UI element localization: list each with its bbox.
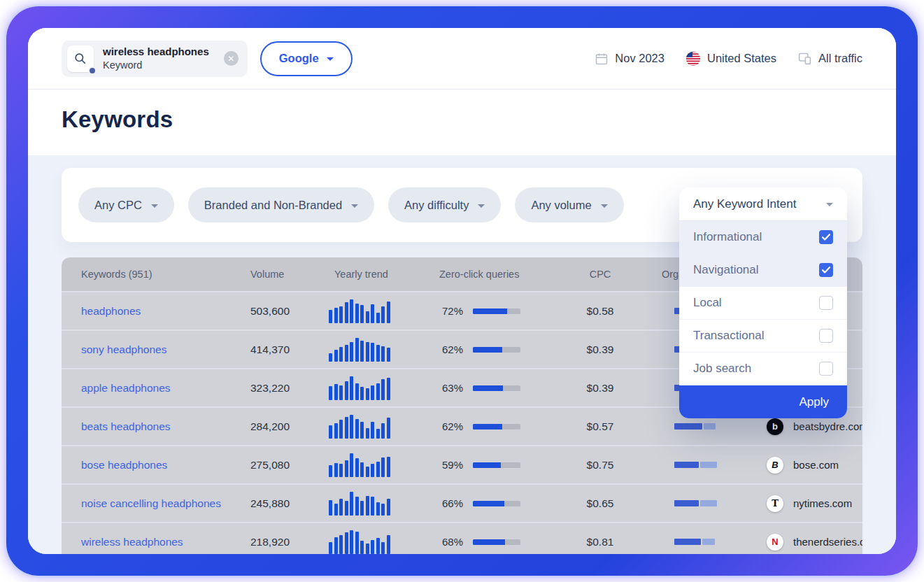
filter-pill-any-cpc[interactable]: Any CPC bbox=[78, 187, 174, 222]
apply-button[interactable]: Apply bbox=[679, 385, 847, 418]
zero-click-percent: 72% bbox=[439, 305, 463, 317]
column-header-keywords-951: Keywords (951) bbox=[62, 269, 250, 280]
volume-cell: 245,880 bbox=[250, 497, 329, 510]
column-header-yearly-trend: Yearly trend bbox=[329, 269, 434, 280]
keyword-link[interactable]: beats headphones bbox=[81, 420, 171, 432]
intent-option-navigational[interactable]: Navigational bbox=[679, 254, 847, 287]
filter-pill-any-difficulty[interactable]: Any difficulty bbox=[388, 187, 501, 222]
date-selector[interactable]: Nov 2023 bbox=[595, 52, 664, 66]
search-query: wireless headphones bbox=[103, 45, 209, 59]
zero-click-cell: 72% bbox=[434, 305, 558, 317]
table-row: bose headphones275,08059%$0.75Bbose.com bbox=[62, 445, 862, 483]
paid-bar bbox=[700, 462, 717, 468]
keyword-cell: wireless headphones bbox=[62, 536, 250, 548]
zero-click-bar bbox=[473, 308, 520, 314]
cpc-cell: $0.75 bbox=[558, 459, 642, 471]
keyword-link[interactable]: sony headphones bbox=[81, 343, 166, 355]
chevron-down-icon bbox=[601, 204, 608, 208]
yearly-trend-chart bbox=[329, 338, 393, 362]
filter-pill-label: Any difficulty bbox=[404, 199, 469, 212]
zero-click-percent: 63% bbox=[439, 382, 463, 394]
filter-pill-branded-and-non-branded[interactable]: Branded and Non-Branded bbox=[188, 187, 374, 222]
keyword-link[interactable]: noise cancelling headphones bbox=[81, 497, 221, 509]
traffic-label: All traffic bbox=[818, 52, 862, 65]
checkbox-unchecked[interactable] bbox=[819, 296, 833, 310]
keyword-cell: noise cancelling headphones bbox=[62, 497, 250, 510]
intent-option-transactional[interactable]: Transactional bbox=[679, 320, 847, 353]
column-header-zero-click-queries: Zero-click queries bbox=[434, 269, 558, 280]
zero-click-cell: 63% bbox=[434, 382, 558, 394]
page-title: Keywords bbox=[62, 106, 862, 133]
apply-label: Apply bbox=[799, 395, 829, 409]
checkbox-checked[interactable] bbox=[819, 230, 833, 244]
zero-click-bar-fill bbox=[473, 385, 503, 391]
keyword-search-widget[interactable]: wireless headphones Keyword ✕ bbox=[62, 41, 248, 77]
keyword-cell: bose headphones bbox=[62, 459, 250, 471]
search-texts: wireless headphones Keyword bbox=[103, 45, 209, 71]
checkbox-checked[interactable] bbox=[819, 263, 833, 277]
domain-label: nytimes.com bbox=[793, 497, 852, 509]
traffic-selector[interactable]: All traffic bbox=[797, 51, 862, 66]
yearly-trend-chart bbox=[329, 415, 393, 439]
search-engine-dropdown[interactable]: Google bbox=[260, 41, 353, 76]
favicon-bose-com: B bbox=[767, 457, 783, 474]
zero-click-bar bbox=[473, 501, 520, 506]
paid-bar bbox=[704, 423, 716, 430]
zero-click-bar-fill bbox=[473, 308, 507, 314]
cpc-cell: $0.58 bbox=[558, 305, 642, 318]
trend-cell bbox=[329, 299, 434, 323]
intent-option-informational[interactable]: Informational bbox=[679, 221, 847, 254]
paid-bar bbox=[702, 539, 715, 545]
chevron-down-icon bbox=[151, 204, 158, 208]
cpc-cell: $0.39 bbox=[558, 343, 642, 356]
zero-click-bar bbox=[473, 539, 520, 545]
intent-option-local[interactable]: Local bbox=[679, 287, 847, 320]
chevron-down-icon bbox=[327, 57, 334, 61]
filter-pill-label: Branded and Non-Branded bbox=[204, 199, 342, 212]
volume-cell: 218,920 bbox=[250, 536, 329, 548]
trend-cell bbox=[329, 376, 434, 400]
checkbox-unchecked[interactable] bbox=[819, 329, 833, 343]
organic-vs-paid-cell bbox=[642, 462, 760, 468]
volume-cell: 414,370 bbox=[250, 343, 329, 356]
zero-click-percent: 59% bbox=[439, 459, 463, 471]
trend-cell bbox=[329, 453, 434, 477]
intent-option-job-search[interactable]: Job search bbox=[679, 353, 847, 385]
zero-click-bar bbox=[473, 424, 520, 430]
keyword-link[interactable]: apple headphones bbox=[81, 382, 171, 394]
filter-pill-label: Any CPC bbox=[94, 199, 142, 212]
zero-click-cell: 68% bbox=[434, 536, 558, 548]
zero-click-cell: 59% bbox=[434, 459, 558, 471]
keyword-link[interactable]: headphones bbox=[81, 305, 141, 317]
clear-search-button[interactable]: ✕ bbox=[224, 51, 239, 66]
domain-cell: Bbose.com bbox=[760, 457, 862, 474]
domain-cell: Nthenerdseries.com bbox=[760, 534, 862, 551]
volume-cell: 284,200 bbox=[250, 420, 329, 433]
yearly-trend-chart bbox=[329, 530, 393, 554]
zero-click-bar bbox=[473, 385, 520, 391]
us-flag-icon bbox=[685, 51, 701, 66]
filter-pill-any-volume[interactable]: Any volume bbox=[515, 187, 623, 222]
volume-cell: 275,080 bbox=[250, 459, 329, 471]
keyword-link[interactable]: wireless headphones bbox=[81, 536, 183, 548]
keyword-intent-dropdown: Any Keyword Intent InformationalNavigati… bbox=[679, 187, 847, 418]
zero-click-bar-fill bbox=[473, 424, 502, 430]
organic-vs-paid-cell bbox=[642, 500, 760, 506]
filter-pill-label: Any volume bbox=[531, 199, 591, 212]
keyword-intent-dropdown-header[interactable]: Any Keyword Intent bbox=[679, 187, 847, 221]
keyword-intent-label: Any Keyword Intent bbox=[693, 197, 796, 211]
top-bar: wireless headphones Keyword ✕ Google Nov… bbox=[28, 28, 896, 90]
zero-click-bar-fill bbox=[473, 501, 504, 506]
yearly-trend-chart bbox=[329, 453, 393, 477]
cpc-cell: $0.39 bbox=[558, 382, 642, 395]
calendar-icon bbox=[595, 52, 609, 66]
country-selector[interactable]: United States bbox=[685, 51, 776, 66]
country-label: United States bbox=[707, 52, 776, 65]
organic-vs-paid-cell bbox=[642, 423, 760, 430]
checkbox-unchecked[interactable] bbox=[819, 362, 833, 376]
trend-cell bbox=[329, 492, 434, 516]
yearly-trend-chart bbox=[329, 492, 393, 516]
table-row: noise cancelling headphones245,88066%$0.… bbox=[62, 483, 862, 522]
keyword-link[interactable]: bose headphones bbox=[81, 459, 167, 471]
search-engine-label: Google bbox=[279, 52, 319, 65]
